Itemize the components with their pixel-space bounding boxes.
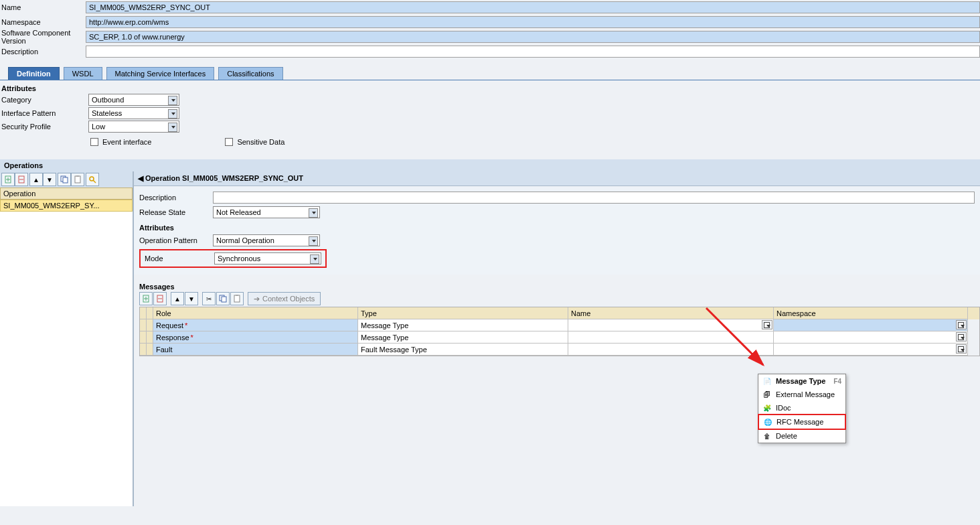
row-select[interactable] (140, 319, 147, 331)
name-cell[interactable] (568, 331, 774, 344)
namespace-cell[interactable] (774, 319, 968, 331)
row-handle[interactable] (147, 331, 153, 344)
context-objects-label: Context Objects (262, 295, 315, 303)
add-row-button[interactable] (1, 173, 15, 186)
move-up-button[interactable]: ▲ (29, 173, 43, 186)
release-state-dropdown[interactable]: Not Released (213, 206, 320, 218)
value-help-button[interactable] (762, 320, 772, 329)
svg-rect-19 (236, 295, 238, 296)
name-field: SI_MM005_WMS2ERP_SYNC_OUT (86, 1, 980, 13)
namespace-cell[interactable] (774, 344, 968, 356)
description-label: Description (1, 48, 86, 56)
op-description-input[interactable] (213, 192, 975, 204)
context-menu: 📄Message TypeF4 🗐External Message 🧩IDoc … (758, 374, 846, 443)
message-type-icon: 📄 (762, 376, 772, 386)
operations-header: Operations (0, 159, 980, 171)
mode-label: Mode (145, 254, 214, 262)
table-row: Request* Message Type (140, 319, 979, 331)
row-select[interactable] (140, 331, 147, 344)
tab-matching-interfaces[interactable]: Matching Service Interfaces (106, 67, 215, 80)
row-select[interactable] (140, 344, 147, 356)
tabstrip: Definition WSDL Matching Service Interfa… (0, 66, 980, 80)
name-cell[interactable] (568, 319, 774, 331)
ops-toolbar: ▲▼ (0, 171, 133, 188)
operation-pattern-dropdown[interactable]: Normal Operation (213, 234, 320, 246)
msg-delete-button[interactable] (153, 292, 167, 305)
move-down-button[interactable]: ▼ (43, 173, 56, 186)
security-profile-label: Security Profile (1, 123, 88, 131)
msg-add-button[interactable] (139, 292, 153, 305)
msg-paste-button[interactable] (230, 292, 244, 305)
release-state-label: Release State (139, 208, 213, 216)
menu-idoc[interactable]: 🧩IDoc (758, 401, 845, 415)
col-name: Name (568, 307, 774, 319)
namespace-label: Namespace (1, 18, 86, 26)
operation-pattern-value: Normal Operation (216, 236, 274, 244)
menu-message-type[interactable]: 📄Message TypeF4 (758, 374, 845, 388)
event-interface-checkbox[interactable] (90, 138, 98, 146)
op-attributes-header: Attributes (139, 224, 975, 232)
sensitive-data-label: Sensitive Data (237, 138, 284, 146)
svg-rect-7 (75, 176, 80, 183)
value-help-button[interactable] (956, 332, 967, 342)
role-cell: Fault (153, 344, 358, 356)
row-handle[interactable] (147, 319, 153, 331)
context-objects-button[interactable]: ➔Context Objects (248, 292, 321, 305)
rfc-icon: 🌐 (763, 417, 772, 427)
messages-table: Role Type Name Namespace Request* Messag… (139, 307, 980, 356)
row-handle[interactable] (147, 344, 153, 356)
name-cell[interactable] (568, 344, 774, 356)
copy-button[interactable] (58, 173, 71, 186)
type-cell: Fault Message Type (358, 344, 568, 356)
operation-pattern-label: Operation Pattern (139, 236, 213, 244)
value-help-button[interactable] (956, 320, 967, 329)
value-help-button[interactable] (956, 344, 967, 354)
role-cell: Request* (153, 319, 358, 331)
sensitive-data-checkbox[interactable] (225, 138, 233, 146)
category-label: Category (1, 96, 88, 104)
swcv-field: SC_ERP, 1.0 of www.runergy (86, 31, 980, 43)
tab-definition[interactable]: Definition (8, 67, 60, 80)
msg-copy-button[interactable] (216, 292, 230, 305)
msg-select-all[interactable] (140, 307, 147, 319)
interface-pattern-label: Interface Pattern (1, 109, 88, 117)
menu-delete[interactable]: 🗑Delete (758, 429, 845, 443)
menu-external-message[interactable]: 🗐External Message (758, 388, 845, 401)
operation-list-item[interactable]: SI_MM005_WMS2ERP_SY... (0, 200, 133, 212)
col-type: Type (358, 307, 568, 319)
msg-up-button[interactable]: ▲ (171, 292, 184, 305)
tab-wsdl[interactable]: WSDL (64, 67, 102, 80)
messages-header: Messages (139, 283, 980, 291)
namespace-cell[interactable] (774, 331, 968, 344)
operation-list-empty (0, 212, 133, 506)
op-description-label: Description (139, 194, 213, 202)
svg-rect-17 (222, 297, 226, 302)
category-dropdown[interactable]: Outbound (88, 94, 179, 106)
paste-button[interactable] (71, 173, 84, 186)
svg-rect-6 (63, 177, 68, 183)
shortcut-hint: F4 (833, 378, 841, 385)
msg-row-handle-header (147, 307, 153, 319)
search-button[interactable] (86, 173, 99, 186)
name-label: Name (1, 3, 86, 11)
tab-classifications[interactable]: Classifications (218, 67, 282, 80)
messages-toolbar: ▲▼ ✂ ➔Context Objects (139, 292, 980, 305)
description-input[interactable] (86, 46, 980, 58)
mode-dropdown[interactable]: Synchronous (214, 252, 321, 265)
interface-pattern-value: Stateless (92, 109, 122, 117)
svg-rect-8 (76, 175, 79, 177)
col-role: Role (153, 307, 358, 319)
msg-down-button[interactable]: ▼ (185, 292, 198, 305)
operation-column-header: Operation (0, 188, 133, 200)
table-row: Response* Message Type (140, 331, 979, 344)
interface-pattern-dropdown[interactable]: Stateless (88, 107, 179, 119)
security-profile-dropdown[interactable]: Low (88, 121, 179, 133)
namespace-field: http://www.erp.com/wms (86, 16, 980, 28)
idoc-icon: 🧩 (762, 403, 772, 412)
security-profile-value: Low (92, 123, 105, 131)
type-cell: Message Type (358, 331, 568, 344)
msg-cut-button[interactable]: ✂ (202, 292, 216, 305)
event-interface-label: Event interface (102, 138, 151, 146)
delete-row-button[interactable] (15, 173, 28, 186)
menu-rfc-message[interactable]: 🌐RFC Message (758, 414, 846, 430)
